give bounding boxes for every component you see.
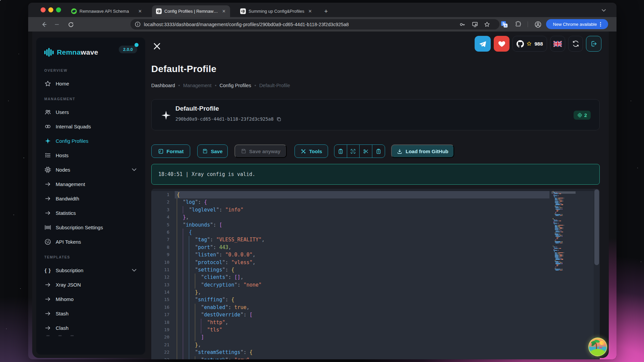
profile-avatar-icon[interactable]	[534, 20, 542, 28]
url-text[interactable]: localhost:3333/dashboard/management/conf…	[144, 22, 349, 27]
editor-minimap[interactable]	[553, 191, 574, 273]
tab-title: Config Profiles | Remnawave	[164, 9, 218, 14]
translate-icon[interactable]: 文A	[500, 20, 508, 28]
app-logo[interactable]: Remnawave 2.0.0	[42, 38, 140, 62]
close-tab-icon[interactable]: ✕	[137, 8, 143, 14]
code-line[interactable]: 10 "protocol": "vless",	[151, 259, 600, 266]
browser-menu-icon[interactable]	[600, 22, 601, 26]
code-line[interactable]: 22 "streamSettings": {	[151, 349, 600, 356]
sidebar-item-subscription-settings[interactable]: Subscription Settings	[42, 220, 140, 235]
paste-replace-icon[interactable]	[334, 145, 347, 158]
telegram-button[interactable]	[475, 36, 491, 52]
bookmark-star-icon[interactable]	[483, 21, 491, 28]
sidebar-item-users[interactable]: Users	[42, 105, 140, 119]
code-area[interactable]: 1{2 "log": {3 "loglevel": "info"4 },5 "i…	[151, 191, 600, 359]
code-line[interactable]: 21 },	[151, 341, 600, 349]
scan-selection-icon[interactable]	[347, 145, 360, 158]
code-editor[interactable]: 1{2 "log": {3 "loglevel": "info"4 },5 "i…	[151, 189, 600, 359]
format-button[interactable]: Format	[151, 144, 190, 158]
save-button[interactable]: Save	[197, 144, 228, 158]
code-line[interactable]: 11 "settings": {	[151, 266, 600, 274]
code-line[interactable]: 1{	[151, 191, 600, 198]
chevron-down-icon[interactable]	[132, 168, 137, 171]
minimap-line	[553, 232, 574, 232]
tab-config-profiles[interactable]: Config Profiles | Remnawave ✕	[152, 5, 230, 17]
save-anyway-button[interactable]: Save anyway	[234, 144, 287, 158]
cut-scissors-icon[interactable]	[360, 145, 372, 158]
sidebar-item-bandwidth[interactable]: Bandwidth	[42, 191, 140, 206]
github-stars-button[interactable]: 988	[513, 36, 547, 52]
close-window-button[interactable]	[41, 7, 46, 12]
minimap-line	[553, 224, 574, 225]
code-line[interactable]: 6 {	[151, 229, 600, 236]
sidebar-item-hosts[interactable]: Hosts	[42, 148, 140, 163]
back-icon[interactable]	[40, 21, 48, 28]
code-line[interactable]: 9 "listen": "0.0.0.0",	[151, 251, 600, 258]
url-bar[interactable]: localhost:3333/dashboard/management/conf…	[130, 19, 499, 29]
tools-button[interactable]: Tools	[294, 144, 328, 158]
code-line[interactable]: 2 "log": {	[151, 198, 600, 206]
code-line[interactable]: 8 "port": 443,	[151, 244, 600, 251]
extensions-puzzle-icon[interactable]	[515, 20, 522, 28]
tab-summing-up[interactable]: Summing up Config&Profiles ✕	[236, 5, 316, 17]
sidebar-item-config-profiles[interactable]: Config Profiles	[42, 134, 140, 148]
code-line[interactable]: 7 "tag": "VLESS_REALITY",	[151, 236, 600, 243]
breadcrumb-dashboard[interactable]: Dashboard	[151, 83, 175, 88]
forward-icon[interactable]	[54, 21, 61, 28]
sidebar-section-label: TEMPLATES	[44, 255, 140, 259]
breadcrumb-config-profiles[interactable]: Config Profiles	[220, 83, 251, 88]
close-tab-icon[interactable]: ✕	[221, 8, 227, 14]
sidebar-item-stash[interactable]: Stash	[42, 306, 140, 321]
sidebar-item-management[interactable]: Management	[42, 177, 140, 191]
password-key-icon[interactable]	[459, 21, 466, 28]
tab-list-chevron-icon[interactable]	[600, 7, 607, 14]
site-info-icon[interactable]	[135, 21, 141, 27]
breadcrumb-management[interactable]: Management	[183, 83, 212, 88]
code-line[interactable]: 3 "loglevel": "info"	[151, 206, 600, 214]
breadcrumb-default-profile[interactable]: Default-Profile	[259, 83, 290, 88]
sidebar-item-statistics[interactable]: Statistics	[42, 206, 140, 220]
donate-heart-button[interactable]	[494, 36, 509, 52]
sidebar-item-home[interactable]: Home	[42, 76, 140, 91]
editor-scrollbar[interactable]	[594, 189, 600, 359]
fullscreen-window-button[interactable]	[56, 7, 61, 12]
version-badge: 2.0.0	[119, 46, 137, 53]
sidebar-item-xray-json[interactable]: Xray JSON	[42, 278, 140, 292]
logout-button[interactable]	[586, 36, 601, 52]
sidebar-item-internal-squads[interactable]: Internal Squads	[42, 119, 140, 134]
app-background: Remnawave 2.0.0 OVERVIEWHomeMANAGEMENTUs…	[28, 32, 616, 359]
code-line[interactable]: 13 "decryption": "none"	[151, 281, 600, 289]
code-line[interactable]: 14 },	[151, 289, 600, 296]
code-line[interactable]: 17 "destOverride": [	[151, 311, 600, 318]
close-tab-icon[interactable]: ✕	[307, 8, 313, 14]
island-theme-button[interactable]	[588, 338, 607, 356]
chevron-down-icon[interactable]	[132, 269, 137, 272]
code-line[interactable]: 23 "network": "raw",	[151, 356, 600, 359]
install-app-icon[interactable]	[471, 21, 479, 28]
sidebar-item-api-tokens[interactable]: API Tokens	[42, 235, 140, 249]
chrome-update-button[interactable]: New Chrome available	[546, 19, 608, 29]
code-line[interactable]: 12 "clients": [],	[151, 274, 600, 281]
scrollbar-thumb[interactable]	[594, 189, 599, 265]
sidebar-item-nodes[interactable]: Nodes	[42, 163, 140, 177]
tab-remnawave-api-schema[interactable]: Remnawave API Schema ✕	[67, 5, 146, 17]
code-line[interactable]: 20 ]	[151, 334, 600, 341]
language-flag-button[interactable]	[550, 36, 565, 52]
new-tab-button[interactable]: +	[322, 7, 330, 15]
refresh-button[interactable]	[568, 36, 583, 52]
sidebar-item-mihomo[interactable]: Mihomo	[42, 292, 140, 306]
copy-uuid-icon[interactable]	[276, 117, 281, 122]
sidebar-item-subscription[interactable]: { }Subscription	[42, 263, 140, 278]
code-line[interactable]: 15 "sniffing": {	[151, 296, 600, 303]
code-line[interactable]: 19 "tls"	[151, 326, 600, 334]
code-line[interactable]: 4 },	[151, 214, 600, 221]
copy-clipboard-icon[interactable]	[372, 145, 385, 158]
minimize-window-button[interactable]	[48, 7, 53, 12]
code-line[interactable]: 16 "enabled": true,	[151, 304, 600, 311]
code-line[interactable]: 5 "inbounds": [	[151, 221, 600, 229]
reload-icon[interactable]	[67, 21, 74, 28]
close-page-button[interactable]	[152, 41, 162, 51]
sidebar-item-clash[interactable]: Clash	[42, 321, 140, 335]
code-line[interactable]: 18 "http",	[151, 319, 600, 326]
load-from-github-button[interactable]: Load from GitHub	[391, 144, 454, 158]
